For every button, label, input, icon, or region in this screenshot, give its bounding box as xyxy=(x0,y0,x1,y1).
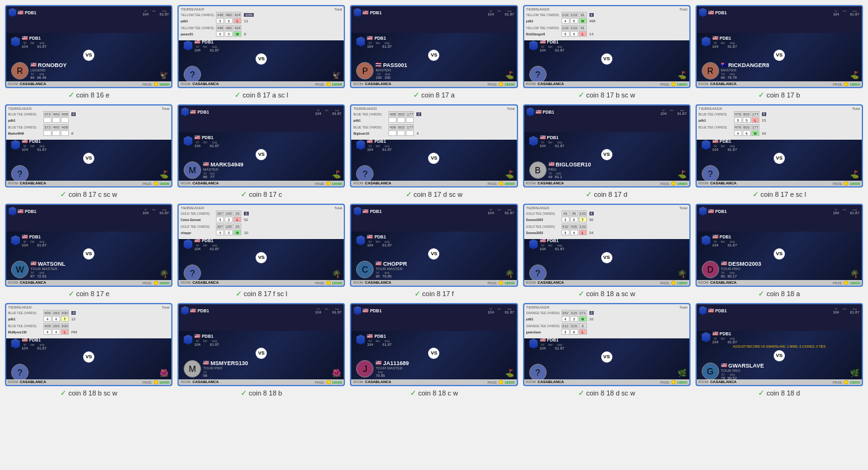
card-c20[interactable]: 🇺🇸PDB1lvl104tieravg61.87🇺🇸PDB1lvl104tier… xyxy=(696,303,863,386)
card-wrapper-c16: TIEBREAKERTotalBLUE TEE (YARDS)409293630… xyxy=(5,303,172,397)
card-c17[interactable]: 🇺🇸PDB1lvl104tieravg61.87🇺🇸PDB1lvl104tier… xyxy=(177,303,345,386)
card-wrapper-c20: 🇺🇸PDB1lvl104tieravg61.87🇺🇸PDB1lvl104tier… xyxy=(696,303,863,397)
check-icon: ✓ xyxy=(241,389,247,397)
check-icon: ✓ xyxy=(60,389,66,397)
card-wrapper-c6: TIEBREAKERTotalBLUE TEE (YARDS)372400408… xyxy=(5,104,172,199)
card-c4[interactable]: TIEBREAKERTotalYELLOW TEE (YARDS)1031039… xyxy=(523,5,691,88)
card-wrapper-c18: 🇺🇸PDB1lvl104tieravg61.87🇺🇸PDB1lvl104tier… xyxy=(350,303,517,397)
card-wrapper-c9: 🇺🇸PDB1lvl104tieravg61.87🇺🇸PDB1lvl104tier… xyxy=(523,104,691,199)
check-icon: ✓ xyxy=(578,91,584,99)
card-c19[interactable]: TIEBREAKERTotalORANGE TEE (YARDS)3523153… xyxy=(523,303,691,386)
check-icon: ✓ xyxy=(241,190,247,199)
caption-text: coin 8 17 f sc l xyxy=(244,290,287,297)
caption-text: coin 8 16 e xyxy=(76,91,110,99)
caption-text: coin 8 18 c w xyxy=(418,389,458,397)
card-wrapper-c15: 🇺🇸PDB1lvl104tieravg61.87🇺🇸PDB1lvl104tier… xyxy=(696,204,863,298)
caption-text: coin 8 17 c sc w xyxy=(68,191,117,198)
check-icon: ✓ xyxy=(578,389,584,397)
caption-text: coin 8 17 d sc w xyxy=(414,191,463,198)
card-c18[interactable]: 🇺🇸PDB1lvl104tieravg61.87🇺🇸PDB1lvl104tier… xyxy=(350,303,517,386)
card-wrapper-c10: TIEBREAKERTotalBLUE TEE (YARDS)476602177… xyxy=(696,104,863,199)
check-icon: ✓ xyxy=(68,289,74,298)
card-wrapper-c13: 🇺🇸PDB1lvl104tieravg61.87🇺🇸PDB1lvl104tier… xyxy=(350,204,517,298)
card-wrapper-c19: TIEBREAKERTotalORANGE TEE (YARDS)3523153… xyxy=(523,303,691,397)
caption-text: coin 8 17 a xyxy=(421,91,455,99)
caption-text: coin 8 18 d sc w xyxy=(586,389,635,397)
card-c8[interactable]: TIEBREAKERTotalBLUE TEE (YARDS)436602177… xyxy=(350,104,517,188)
card-caption-c2: ✓coin 8 17 a sc l xyxy=(235,91,288,99)
check-icon: ✓ xyxy=(413,91,419,99)
cards-grid: 🇺🇸PDB1lvl104tieravg61.87🇺🇸PDB1lvl104tier… xyxy=(5,5,863,397)
card-wrapper-c4: TIEBREAKERTotalYELLOW TEE (YARDS)1031039… xyxy=(523,5,691,99)
card-caption-c16: ✓coin 8 18 b sc w xyxy=(60,389,117,397)
card-c1[interactable]: 🇺🇸PDB1lvl104tieravg61.87🇺🇸PDB1lvl104tier… xyxy=(5,5,172,88)
check-icon: ✓ xyxy=(578,289,584,298)
card-caption-c15: ✓coin 8 18 a xyxy=(758,289,800,298)
card-caption-c6: ✓coin 8 17 c sc w xyxy=(60,190,117,199)
card-caption-c7: ✓coin 8 17 c xyxy=(241,190,282,199)
card-c3[interactable]: 🇺🇸PDB1lvl104tieravg61.87🇺🇸PDB1lvl104tier… xyxy=(350,5,517,88)
check-icon: ✓ xyxy=(410,389,416,397)
caption-text: coin 8 17 f xyxy=(423,290,454,297)
check-icon: ✓ xyxy=(236,289,242,298)
card-c12[interactable]: TIEBREAKERTotalGOLD TEE (YARDS)307105353… xyxy=(177,204,345,287)
card-caption-c13: ✓coin 8 17 f xyxy=(414,289,454,298)
card-caption-c4: ✓coin 8 17 b sc w xyxy=(578,91,635,99)
card-c14[interactable]: TIEBREAKERTotalGOLD TEE (YARDS)43451034D… xyxy=(523,204,691,287)
caption-text: coin 8 18 d xyxy=(766,389,800,397)
caption-text: coin 8 18 b xyxy=(249,389,282,397)
card-c7[interactable]: 🇺🇸PDB1lvl104tieravg61.87🇺🇸PDB1lvl104tier… xyxy=(177,104,345,188)
card-caption-c12: ✓coin 8 17 f sc l xyxy=(236,289,287,298)
caption-text: coin 8 17 b sc w xyxy=(586,91,635,99)
card-c16[interactable]: TIEBREAKERTotalBLUE TEE (YARDS)409293630… xyxy=(5,303,172,386)
check-icon: ✓ xyxy=(60,190,66,199)
card-caption-c1: ✓coin 8 16 e xyxy=(68,91,110,99)
card-c15[interactable]: 🇺🇸PDB1lvl104tieravg61.87🇺🇸PDB1lvl104tier… xyxy=(696,204,863,287)
card-wrapper-c17: 🇺🇸PDB1lvl104tieravg61.87🇺🇸PDB1lvl104tier… xyxy=(177,303,345,397)
check-icon: ✓ xyxy=(235,91,241,99)
check-icon: ✓ xyxy=(414,289,421,298)
caption-text: coin 8 18 a xyxy=(766,290,800,297)
card-c5[interactable]: 🇺🇸PDB1lvl104tieravg61.87🇺🇸PDB1lvl104tier… xyxy=(696,5,863,88)
caption-text: coin 8 18 b sc w xyxy=(68,389,117,397)
card-c9[interactable]: 🇺🇸PDB1lvl104tieravg61.87🇺🇸PDB1lvl104tier… xyxy=(523,104,691,188)
caption-text: coin 8 17 b xyxy=(766,91,800,99)
card-wrapper-c1: 🇺🇸PDB1lvl104tieravg61.87🇺🇸PDB1lvl104tier… xyxy=(5,5,172,99)
check-icon: ✓ xyxy=(753,190,759,199)
check-icon: ✓ xyxy=(758,389,764,397)
card-wrapper-c3: 🇺🇸PDB1lvl104tieravg61.87🇺🇸PDB1lvl104tier… xyxy=(350,5,517,99)
card-caption-c11: ✓coin 8 17 e xyxy=(68,289,110,298)
card-caption-c5: ✓coin 8 17 b xyxy=(758,91,800,99)
check-icon: ✓ xyxy=(406,190,412,199)
card-wrapper-c14: TIEBREAKERTotalGOLD TEE (YARDS)43451034D… xyxy=(523,204,691,298)
card-wrapper-c12: TIEBREAKERTotalGOLD TEE (YARDS)307105353… xyxy=(177,204,345,298)
card-caption-c8: ✓coin 8 17 d sc w xyxy=(406,190,463,199)
card-c2[interactable]: TIEBREAKERTotalYELLOW TEE (YARDS)4484604… xyxy=(177,5,345,88)
card-caption-c3: ✓coin 8 17 a xyxy=(413,91,455,99)
caption-text: coin 8 17 d xyxy=(594,191,627,198)
check-icon: ✓ xyxy=(758,289,764,298)
check-icon: ✓ xyxy=(758,91,764,99)
card-caption-c14: ✓coin 8 18 a sc w xyxy=(578,289,635,298)
card-caption-c9: ✓coin 8 17 d xyxy=(586,190,627,199)
card-wrapper-c8: TIEBREAKERTotalBLUE TEE (YARDS)436602177… xyxy=(350,104,517,199)
card-c10[interactable]: TIEBREAKERTotalBLUE TEE (YARDS)476602177… xyxy=(696,104,863,188)
card-caption-c17: ✓coin 8 18 b xyxy=(241,389,282,397)
card-caption-c19: ✓coin 8 18 d sc w xyxy=(578,389,635,397)
caption-text: coin 8 17 c xyxy=(249,191,282,198)
card-wrapper-c11: 🇺🇸PDB1lvl104tieravg61.87🇺🇸PDB1lvl104tier… xyxy=(5,204,172,298)
check-icon: ✓ xyxy=(586,190,592,199)
card-c11[interactable]: 🇺🇸PDB1lvl104tieravg61.87🇺🇸PDB1lvl104tier… xyxy=(5,204,172,287)
caption-text: coin 8 17 a sc l xyxy=(243,91,288,99)
caption-text: coin 8 17 e sc l xyxy=(761,191,806,198)
card-caption-c18: ✓coin 8 18 c w xyxy=(410,389,458,397)
card-wrapper-c7: 🇺🇸PDB1lvl104tieravg61.87🇺🇸PDB1lvl104tier… xyxy=(177,104,345,199)
card-caption-c20: ✓coin 8 18 d xyxy=(758,389,800,397)
card-wrapper-c5: 🇺🇸PDB1lvl104tieravg61.87🇺🇸PDB1lvl104tier… xyxy=(696,5,863,99)
caption-text: coin 8 18 a sc w xyxy=(586,290,635,297)
check-icon: ✓ xyxy=(68,91,74,99)
card-c6[interactable]: TIEBREAKERTotalBLUE TEE (YARDS)372400408… xyxy=(5,104,172,188)
caption-text: coin 8 17 e xyxy=(76,290,110,297)
card-c13[interactable]: 🇺🇸PDB1lvl104tieravg61.87🇺🇸PDB1lvl104tier… xyxy=(350,204,517,287)
card-wrapper-c2: TIEBREAKERTotalYELLOW TEE (YARDS)4484604… xyxy=(177,5,345,99)
